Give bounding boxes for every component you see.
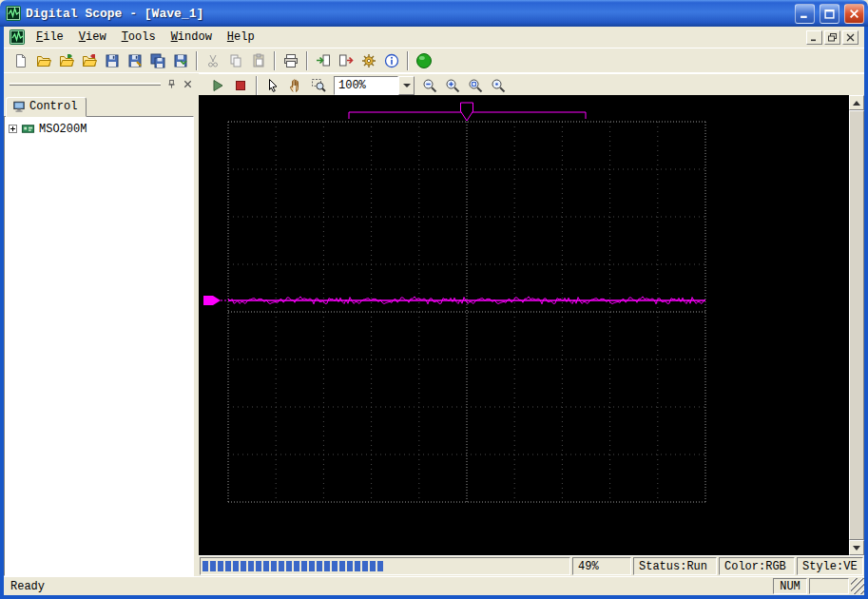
- minimize-button[interactable]: [795, 4, 815, 24]
- titlebar: Digital Scope - [Wave_1]: [0, 0, 868, 27]
- folder-export-icon: [82, 53, 97, 68]
- stop-button[interactable]: [229, 75, 252, 96]
- mdi-close-icon: [846, 33, 855, 42]
- scroll-down-icon: [853, 546, 860, 551]
- menu-tools[interactable]: Tools: [114, 29, 164, 46]
- hand-icon: [288, 78, 303, 93]
- zoom-combobox: 100%: [334, 76, 415, 95]
- resize-grip[interactable]: [851, 578, 864, 594]
- time-cursor-bracket[interactable]: [349, 103, 586, 121]
- close-icon: [849, 9, 859, 19]
- play-icon: [210, 78, 225, 93]
- channel-marker[interactable]: [203, 296, 228, 305]
- device-icon: [21, 122, 35, 136]
- zoom-out-button[interactable]: [418, 75, 441, 96]
- save-button[interactable]: [101, 50, 124, 71]
- toolbar-separator: [256, 76, 258, 95]
- pane-pin-button[interactable]: [164, 78, 179, 91]
- export-data-icon: [338, 53, 354, 68]
- pan-hand-button[interactable]: [284, 75, 307, 96]
- zoom-in-icon: [445, 78, 460, 93]
- scroll-up-button[interactable]: [849, 95, 864, 110]
- import-data-icon: [316, 53, 331, 68]
- zoom-dropdown-button[interactable]: [398, 76, 415, 95]
- save-all-button[interactable]: [146, 50, 169, 71]
- import-data-button[interactable]: [312, 50, 335, 71]
- zoom-all-button[interactable]: [487, 75, 510, 96]
- settings-button[interactable]: [357, 50, 380, 71]
- scroll-up-icon: [853, 101, 860, 106]
- scrollbar-thumb[interactable]: [849, 110, 864, 540]
- new-file-icon: [13, 53, 29, 68]
- toolbar-separator: [407, 51, 409, 70]
- status-extra-panel: [809, 578, 849, 594]
- save-icon: [105, 53, 120, 68]
- open-file-button[interactable]: [32, 50, 55, 71]
- progress-percent: 49%: [572, 557, 631, 575]
- acquire-button[interactable]: [413, 50, 435, 71]
- menu-help[interactable]: Help: [220, 29, 262, 46]
- status-badge: Status:Run: [633, 557, 717, 575]
- zoom-value[interactable]: 100%: [334, 76, 398, 95]
- control-panel: Control MSO200M: [4, 95, 194, 576]
- tree-item-device[interactable]: MSO200M: [7, 121, 191, 137]
- tab-control[interactable]: Control: [6, 97, 87, 117]
- cut-icon: [205, 53, 221, 68]
- device-tree: MSO200M: [4, 116, 194, 576]
- chevron-down-icon: [403, 84, 411, 87]
- select-cursor-button[interactable]: [261, 75, 284, 96]
- progress-fill: [203, 561, 383, 571]
- menu-view[interactable]: View: [71, 29, 114, 46]
- color-mode-badge: Color:RGB: [719, 557, 795, 575]
- panel-tab-strip: Control: [4, 95, 194, 116]
- maximize-button[interactable]: [820, 4, 839, 24]
- expand-plus-icon[interactable]: [9, 125, 17, 133]
- scroll-down-button[interactable]: [849, 540, 864, 555]
- app-scope-icon: [6, 6, 21, 21]
- save-as-button[interactable]: [124, 50, 146, 71]
- run-button[interactable]: [206, 75, 229, 96]
- folder-import-icon: [59, 53, 74, 68]
- zoom-all-icon: [491, 78, 506, 93]
- scope-status-row: 49% Status:Run Color:RGB Style:VE: [199, 555, 864, 576]
- app-window: Digital Scope - [Wave_1] File View Tools…: [0, 0, 868, 599]
- menu-window[interactable]: Window: [164, 29, 220, 46]
- toolbar-separator: [274, 51, 276, 70]
- zoom-fit-button[interactable]: [464, 75, 487, 96]
- save-data-button[interactable]: [169, 50, 192, 71]
- tree-item-label: MSO200M: [39, 123, 87, 136]
- tab-control-label: Control: [29, 100, 77, 113]
- acquisition-progress: [200, 557, 570, 575]
- new-file-button[interactable]: [10, 50, 32, 71]
- save-all-icon: [150, 53, 165, 68]
- mdi-child-icon[interactable]: [10, 29, 25, 45]
- close-button[interactable]: [844, 4, 864, 24]
- save-as-icon: [127, 53, 143, 68]
- recall-waveform-button[interactable]: [78, 50, 101, 71]
- pane-close-button[interactable]: [181, 78, 195, 91]
- about-button[interactable]: [380, 50, 403, 71]
- cut-button: [202, 50, 224, 71]
- menu-file[interactable]: File: [29, 29, 71, 46]
- mdi-minimize-button[interactable]: [806, 30, 822, 45]
- zoom-window-button[interactable]: [307, 75, 330, 96]
- toolbar-separator: [196, 51, 198, 70]
- vertical-scrollbar[interactable]: [849, 95, 864, 555]
- stop-icon: [233, 78, 248, 93]
- scope-canvas-area[interactable]: [199, 95, 849, 555]
- statusbar: Ready NUM: [4, 576, 864, 595]
- zoom-in-button[interactable]: [441, 75, 464, 96]
- window-frame: File View Tools Window Help: [0, 27, 868, 599]
- cursor-arrow-icon: [265, 78, 280, 93]
- mdi-restore-button[interactable]: [824, 30, 840, 45]
- pane-close-icon: [183, 79, 193, 89]
- load-setup-button[interactable]: [55, 50, 78, 71]
- scope-canvas: [199, 95, 849, 555]
- mdi-close-button[interactable]: [842, 30, 858, 45]
- export-data-button[interactable]: [335, 50, 357, 71]
- toolbar-separator: [306, 51, 308, 70]
- print-button[interactable]: [280, 50, 302, 71]
- zoom-out-icon: [422, 78, 437, 93]
- gear-icon: [361, 53, 376, 68]
- pane-gripper[interactable]: [10, 83, 161, 86]
